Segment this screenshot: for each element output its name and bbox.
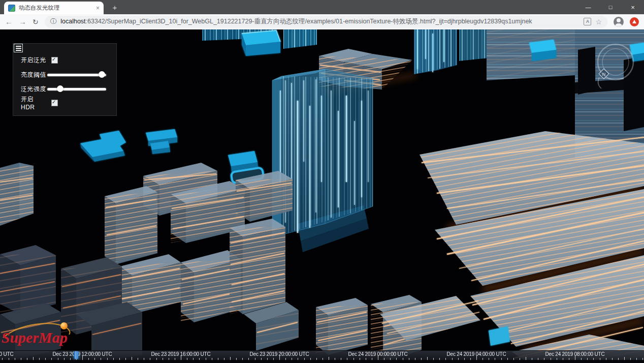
- timeline-tick: [378, 355, 378, 360]
- titlebar: 动态自发光纹理 × + — □ ×: [0, 0, 644, 14]
- hdr-toggle-label: 开启HDR: [21, 95, 46, 111]
- timeline-tick: [575, 355, 575, 360]
- timeline-tick: [279, 355, 280, 360]
- hdr-toggle-row: 开启HDR: [21, 98, 112, 108]
- cyan-slab-right: [529, 40, 556, 61]
- cyan-slab-top: [242, 31, 280, 56]
- bloom-intensity-slider[interactable]: [47, 85, 106, 93]
- minimize-button[interactable]: —: [577, 0, 599, 14]
- slider-thumb[interactable]: [99, 71, 105, 78]
- bloom-toggle-row: 开启泛光: [21, 55, 112, 65]
- browser-toolbar: ← → ↻ ⓘ localhost:63342/SuperMap_iClient…: [0, 14, 644, 29]
- timeline-bar[interactable]: Dec 23 2019 08:00:00 UTCDec 23 2019 12:0…: [0, 350, 644, 360]
- control-panel: 开启泛光 亮度阈值 泛光强度 开启HDR: [13, 43, 117, 116]
- new-tab-button[interactable]: +: [109, 3, 121, 13]
- extension-icon[interactable]: [630, 17, 639, 26]
- url-path: :63342/SuperMap_iClient3D_10i_for_WebGL_…: [86, 18, 532, 25]
- hdr-checkbox[interactable]: [51, 100, 58, 106]
- slider-track[interactable]: [47, 88, 106, 90]
- brightness-threshold-row: 亮度阈值: [21, 70, 112, 80]
- translate-icon[interactable]: A: [584, 18, 591, 25]
- bottom-strip: [0, 360, 644, 363]
- tab-close-icon[interactable]: ×: [96, 5, 100, 12]
- menu-toggle-button[interactable]: [14, 44, 23, 52]
- back-icon[interactable]: ←: [5, 18, 13, 25]
- url-text: localhost:63342/SuperMap_iClient3D_10i_f…: [60, 17, 579, 26]
- slider-thumb[interactable]: [57, 85, 63, 92]
- slider-track[interactable]: [47, 74, 106, 76]
- bloom-intensity-label: 泛光强度: [21, 85, 46, 94]
- timeline-current-time-marker[interactable]: [74, 351, 78, 359]
- compass-north-label: N: [602, 72, 606, 77]
- forward-icon[interactable]: →: [19, 18, 26, 25]
- bloom-checkbox[interactable]: [51, 57, 58, 64]
- maximize-button[interactable]: □: [599, 0, 622, 14]
- hero-tower: [272, 69, 373, 252]
- bloom-toggle-label: 开启泛光: [21, 56, 46, 65]
- timeline-tick: [476, 355, 477, 360]
- browser-window: 动态自发光纹理 × + — □ × ← → ↻ ⓘ localhost:6334…: [0, 0, 644, 363]
- page-content: N SuperMap SuperMap 开启泛光 亮度阈值: [0, 29, 644, 363]
- logo-text: SuperMap: [2, 329, 68, 346]
- page-info-icon[interactable]: ⓘ: [50, 17, 57, 26]
- brightness-threshold-label: 亮度阈值: [21, 71, 46, 79]
- logo-orb-icon: [60, 322, 68, 329]
- brightness-threshold-slider[interactable]: [47, 71, 106, 78]
- bloom-intensity-row: 泛光强度: [21, 84, 112, 94]
- favicon-icon: [8, 5, 15, 12]
- url-bar[interactable]: ⓘ localhost:63342/SuperMap_iClient3D_10i…: [45, 16, 607, 28]
- window-controls: — □ ×: [577, 0, 644, 14]
- close-button[interactable]: ×: [622, 0, 644, 14]
- tab-title: 动态自发光纹理: [19, 4, 93, 12]
- timeline-tick: [82, 355, 83, 360]
- bookmark-star-icon[interactable]: ☆: [595, 18, 602, 25]
- url-host: localhost: [60, 18, 85, 25]
- timeline-tick-label: Dec 23 2019 08:00:00 UTC: [0, 351, 13, 357]
- reload-icon[interactable]: ↻: [33, 18, 39, 25]
- timeline-tick: [181, 355, 181, 360]
- profile-avatar[interactable]: [614, 17, 624, 27]
- browser-tab[interactable]: 动态自发光纹理 ×: [4, 2, 104, 14]
